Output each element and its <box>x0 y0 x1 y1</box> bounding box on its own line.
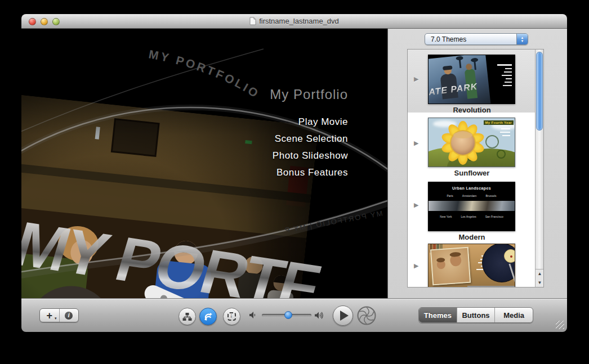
modern-thumb-bottom-row: New York Los Angeles San Francisco <box>429 215 515 218</box>
dvd-menu-item-scene-selection[interactable]: Scene Selection <box>270 131 348 147</box>
dropdown-down-arrow-icon: ▼ <box>521 39 524 43</box>
theme-thumbnail-modern[interactable]: Urban Landscapes Paris Amsterdam Brussel… <box>428 182 515 231</box>
scroll-up-icon[interactable]: ▲ <box>536 269 544 278</box>
modern-thumb-photo-strip <box>429 201 515 211</box>
dvd-menu-title[interactable]: My Portfolio <box>270 87 348 102</box>
theme-name-sunflower: Sunflower <box>408 169 536 177</box>
drop-zone-editor-button[interactable] <box>223 308 240 325</box>
preview-play-button[interactable] <box>333 305 353 326</box>
motion-loop-icon <box>203 312 213 322</box>
dropdown-stepper-icon[interactable]: ▲ ▼ <box>516 34 528 44</box>
tab-media[interactable]: Media <box>494 308 533 322</box>
close-button[interactable] <box>29 18 36 25</box>
drop-zone-icon <box>227 312 236 321</box>
theme-thumbnail-sunflower[interactable]: My Fourth Year <box>428 118 515 167</box>
minimize-button[interactable] <box>41 18 48 25</box>
themes-dropdown-value: 7.0 Themes <box>425 35 516 43</box>
modern-thumb-title: Urban Landscapes <box>429 186 515 190</box>
panel-tabs: Themes Buttons Media <box>418 307 533 323</box>
tab-themes[interactable]: Themes <box>419 308 457 322</box>
dvd-menu-preview[interactable]: MY PORTFOLIO MY PORTF MY PORTFOLIO | MY … <box>21 29 387 298</box>
map-icon <box>182 312 192 321</box>
theme-thumbnail-vinyl[interactable] <box>428 244 515 287</box>
dvd-menu-item-play-movie[interactable]: Play Movie <box>270 114 348 131</box>
disclosure-triangle-icon[interactable]: ▶ <box>414 201 418 209</box>
sunflower-thumb-menu-lines <box>497 128 510 138</box>
zoom-button[interactable] <box>52 18 60 25</box>
theme-row-modern[interactable]: ▶ Urban Landscapes Paris Amsterdam Bruss… <box>408 177 536 239</box>
volume-high-icon <box>314 311 324 320</box>
dvd-menu-text-block: My Portfolio Play Movie Scene Selection … <box>270 87 348 181</box>
volume-low-icon <box>249 311 257 319</box>
vinyl-photo-stack-art <box>430 247 471 286</box>
tab-buttons[interactable]: Buttons <box>457 308 495 322</box>
window-controls <box>29 18 60 25</box>
themes-version-dropdown[interactable]: 7.0 Themes ▲ ▼ <box>425 33 528 45</box>
dvd-map-button[interactable] <box>179 308 196 325</box>
volume-slider-thumb[interactable] <box>284 311 292 319</box>
window-title-group: firstname_lastname_dvd <box>249 17 339 25</box>
sunflower-art <box>441 121 485 165</box>
sunflower-thumb-title-badge: My Fourth Year <box>484 120 514 125</box>
theme-row-sunflower[interactable]: ▶ <box>408 113 536 177</box>
theme-list-scrollbar[interactable]: ▲ ▼ <box>535 50 543 287</box>
inspector-button[interactable]: i <box>59 309 79 322</box>
caret-down-icon: ▾ <box>55 316 57 321</box>
add-info-button-group: + ▾ i <box>39 308 79 322</box>
scroll-down-icon[interactable]: ▼ <box>536 278 544 287</box>
burn-iris-icon <box>358 307 376 325</box>
theme-row-revolution[interactable]: ▶ ATE PARK Revolution <box>408 50 536 113</box>
theme-row-vinyl[interactable]: ▶ <box>408 239 536 287</box>
modern-thumb-top-row: Paris Amsterdam Brussels <box>429 194 515 197</box>
bottom-toolbar: + ▾ i <box>21 298 567 332</box>
idvd-window: firstname_lastname_dvd <box>21 14 567 332</box>
plus-icon: + <box>46 311 52 321</box>
window-title: firstname_lastname_dvd <box>259 17 339 25</box>
disclosure-triangle-icon[interactable]: ▶ <box>414 262 418 269</box>
scrollbar-thumb[interactable] <box>536 52 543 131</box>
volume-slider[interactable] <box>262 314 311 317</box>
add-button[interactable]: + ▾ <box>40 309 59 322</box>
dvd-menu-item-photo-slideshow[interactable]: Photo Slideshow <box>270 147 348 164</box>
title-bar: firstname_lastname_dvd <box>21 14 567 29</box>
burn-button[interactable] <box>357 306 376 325</box>
motion-button[interactable] <box>199 308 217 325</box>
info-icon: i <box>65 312 73 320</box>
revolution-sky-art <box>428 55 490 104</box>
theme-thumbnail-revolution[interactable]: ATE PARK <box>428 55 515 104</box>
disclosure-triangle-icon[interactable]: ▶ <box>414 75 418 83</box>
play-icon <box>340 311 349 321</box>
theme-list: ▶ ATE PARK Revolution <box>407 49 544 287</box>
document-icon <box>249 17 256 25</box>
dvd-menu-item-bonus-features[interactable]: Bonus Features <box>270 164 348 181</box>
window-resize-grip[interactable] <box>556 321 564 329</box>
themes-panel: 7.0 Themes ▲ ▼ ▶ ATE PARK <box>387 29 567 298</box>
revolution-thumb-menu-lines <box>495 64 512 88</box>
scrollbar-arrows: ▲ ▼ <box>536 269 544 287</box>
disclosure-triangle-icon[interactable]: ▶ <box>414 140 418 147</box>
